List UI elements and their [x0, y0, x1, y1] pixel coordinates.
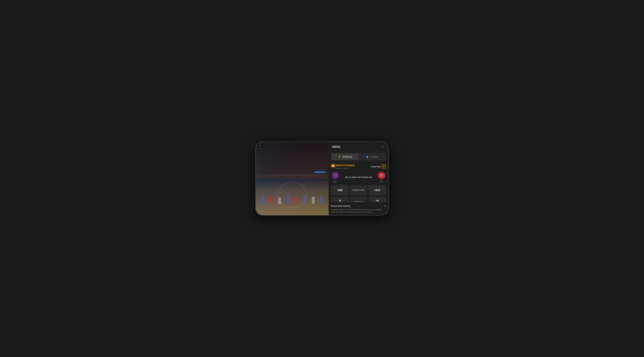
video-panel: 4:17 Georgia Natural Gas: [256, 142, 329, 215]
spread-home-odds: -9: [338, 199, 341, 202]
responsible-gaming-title: Responsible Gaming: [331, 205, 350, 207]
external-link-icon: [382, 164, 386, 168]
svg-text:LAKERS: LAKERS: [333, 174, 337, 175]
atl-logo-circle: HAWKS ATL: [378, 172, 385, 179]
responsible-gaming-section: Responsible Gaming ∧ Gambling Problem? C…: [329, 202, 388, 215]
svg-text:ATL: ATL: [380, 176, 383, 177]
moneyline-home-odds: -400: [337, 189, 342, 192]
responsible-gaming-header[interactable]: Responsible Gaming ∧: [331, 204, 386, 207]
sportsbook-selector: DraftKings FanDuel: [331, 153, 386, 160]
score-bug: 4:17: [258, 144, 262, 146]
place-bet-label: Place Bet: [371, 165, 380, 168]
odds-content: DRAFTKINGS SPORTSBOOK Place Bet: [329, 162, 388, 202]
draftkings-logo-icon: [338, 155, 341, 158]
responsible-gaming-text: Gambling Problem? Call 1-800-GAMBLER. Ag…: [331, 208, 386, 213]
phone-device: 4:17 Georgia Natural Gas: [256, 142, 388, 216]
team-lal: LAKERS LAL LAL: [332, 172, 339, 183]
close-button[interactable]: ×: [380, 145, 385, 149]
dk-crown-icon: [331, 164, 335, 168]
draftkings-tab-label: DraftKings: [342, 156, 352, 158]
sponsor-overlay: Georgia Natural Gas: [314, 171, 326, 173]
odds-header: ODDS ×: [329, 142, 388, 151]
odds-title: ODDS: [332, 146, 340, 148]
dk-sportsbook-header: DRAFTKINGS SPORTSBOOK Place Bet: [331, 164, 386, 170]
svg-text:HAWKS: HAWKS: [380, 174, 384, 175]
player-ref-2: [312, 197, 314, 204]
dk-brand-name: DRAFTKINGS: [336, 164, 355, 167]
moneyline-label: MONEYLINE: [352, 189, 364, 191]
fanduel-tab-label: FanDuel: [370, 156, 378, 158]
svg-point-1: [368, 156, 368, 157]
moneyline-away-odds: +315: [374, 189, 380, 192]
moneyline-home-cell[interactable]: -400: [331, 185, 348, 195]
spread-home-cell[interactable]: -9 -108: [331, 197, 348, 202]
tab-fanduel[interactable]: FanDuel: [358, 154, 385, 160]
fanduel-logo-icon: [366, 155, 369, 158]
lal-abbr: LAL: [334, 180, 337, 183]
moneyline-away-cell[interactable]: +315: [368, 185, 386, 195]
match-row: LAKERS LAL LAL Tap on odds and hit place…: [331, 172, 386, 183]
moneyline-label-cell: MONEYLINE: [350, 185, 367, 195]
odds-panel: ODDS × DraftKings: [329, 142, 388, 215]
atl-abbr: ATL: [380, 180, 383, 183]
chevron-up-icon: ∧: [384, 204, 386, 207]
dk-brand-subtitle: SPORTSBOOK: [336, 168, 355, 170]
dk-sportsbook-logo: DRAFTKINGS SPORTSBOOK: [331, 164, 355, 170]
court-circle: [278, 182, 307, 208]
spread-label: SPREAD: [354, 201, 362, 202]
svg-point-3: [333, 164, 334, 164]
dk-logo-top: DRAFTKINGS: [331, 164, 355, 168]
player-hawks-1: [270, 195, 273, 203]
lal-logo-circle: LAKERS LAL: [332, 172, 339, 179]
svg-rect-2: [331, 166, 335, 167]
svg-text:LAL: LAL: [334, 176, 337, 177]
player-lakers-4: [320, 196, 323, 204]
spread-label-cell: SPREAD: [350, 197, 367, 202]
tap-instruction-text: Tap on odds and hit place bet: [345, 176, 372, 178]
player-lakers-1: [262, 196, 264, 204]
moneyline-row: -400 MONEYLINE +315: [331, 185, 386, 195]
team-atl: HAWKS ATL ATL: [378, 172, 385, 183]
spread-away-odds: +9: [376, 199, 379, 202]
place-bet-button[interactable]: Place Bet: [371, 164, 386, 168]
spread-away-cell[interactable]: +9 -112: [368, 197, 386, 202]
tab-draftkings[interactable]: DraftKings: [332, 154, 358, 160]
match-instruction: Tap on odds and hit place bet: [339, 176, 378, 179]
spread-row: -9 -108 SPREAD +9 -112: [331, 197, 386, 202]
camera-notch: [257, 178, 259, 180]
video-content: 4:17 Georgia Natural Gas: [256, 142, 329, 215]
